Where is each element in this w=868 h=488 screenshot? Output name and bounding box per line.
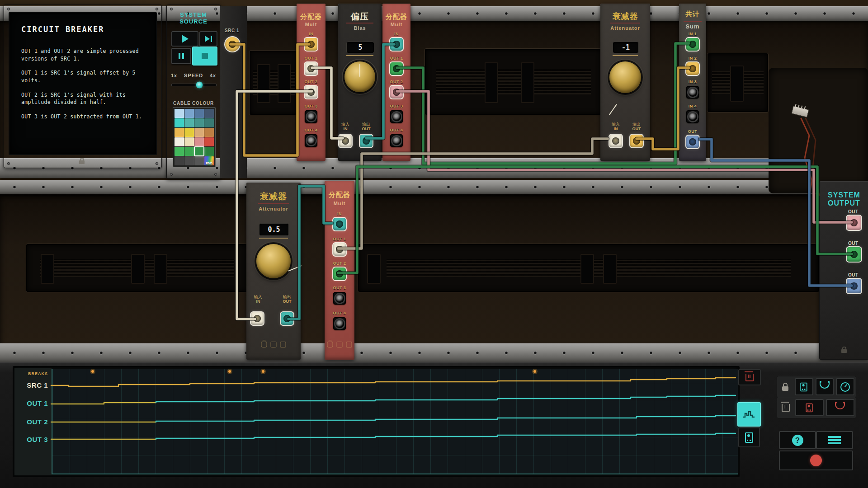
mult1-out3-jack[interactable] [305, 110, 317, 123]
pause-button[interactable] [171, 48, 191, 64]
cable-colour-swatch[interactable] [194, 137, 204, 146]
unlock-icon[interactable] [327, 342, 333, 347]
cable-colour-swatch[interactable] [184, 118, 194, 127]
attenuator-mid-out-label: 输出OUT [283, 295, 292, 304]
delete-all-button[interactable] [778, 399, 793, 416]
attenuator-top-out-jack[interactable] [630, 135, 643, 147]
module-bias[interactable]: 偏压 Bias 5 输入IN 输出OUT [338, 4, 382, 161]
cable-colour-swatch[interactable] [204, 147, 214, 156]
module-mult-mid[interactable]: 分配器 Mult IN OUT 1 OUT 2 OUT 3 OUT 4 [325, 181, 354, 360]
jack-label-in2: IN 2 [689, 56, 697, 61]
mult1-out2-jack[interactable] [305, 86, 317, 99]
cable-colour-swatch[interactable] [194, 156, 204, 165]
cable-colour-swatch[interactable] [175, 137, 184, 146]
attenuator-mid-in-jack[interactable] [251, 312, 264, 325]
sum-out-jack[interactable] [686, 136, 699, 148]
delete-icon[interactable] [280, 342, 286, 347]
sum-in2-jack[interactable] [686, 62, 699, 75]
cable-colour-swatch[interactable] [204, 118, 214, 127]
cable-colour-swatch[interactable]: RND [204, 156, 214, 165]
play-button[interactable] [171, 31, 198, 47]
cable-colour-swatch[interactable] [175, 118, 184, 127]
sysout1-jack[interactable] [847, 216, 861, 230]
lock-knobs-button[interactable] [836, 378, 854, 395]
attenuator-mid-knob[interactable] [256, 244, 291, 278]
delete-cables-button[interactable] [826, 399, 854, 416]
cable-colour-swatch[interactable] [175, 147, 184, 156]
mult2-out3-jack[interactable] [390, 110, 403, 123]
mult2-in-jack[interactable] [390, 38, 403, 51]
sysout3-jack[interactable] [847, 279, 861, 293]
mult1-out1-jack[interactable] [305, 62, 317, 75]
mult2-out4-jack[interactable] [390, 134, 403, 147]
scope-plot[interactable] [52, 369, 738, 474]
multmid-out2-jack[interactable] [333, 267, 346, 280]
attenuator-top-in-jack[interactable] [609, 135, 622, 147]
cable-colour-swatch[interactable] [194, 128, 204, 137]
cable-colour-swatch[interactable] [194, 109, 204, 118]
help-button[interactable]: ? [779, 431, 816, 449]
cable-colour-swatch[interactable] [194, 118, 204, 127]
cable-colour-swatch[interactable] [204, 128, 214, 137]
mult1-in-jack[interactable] [305, 38, 317, 51]
delete-modules-button[interactable] [795, 399, 824, 416]
mult1-out4-jack[interactable] [305, 134, 317, 147]
attenuator-mid-value-display[interactable]: 0.5 [259, 223, 289, 236]
cable-colour-swatch[interactable] [184, 156, 194, 165]
scope-waveform-view-button[interactable] [737, 402, 761, 427]
cable-colour-swatch[interactable] [184, 128, 194, 137]
bias-in-jack[interactable] [339, 135, 352, 147]
cable-colour-swatch[interactable] [204, 109, 214, 118]
mult2-out2-jack[interactable] [390, 86, 403, 99]
unlock-icon[interactable] [261, 342, 267, 347]
sysout2-jack[interactable] [847, 247, 861, 262]
attenuator-top-value-display[interactable]: -1 [613, 42, 639, 53]
src1-jack[interactable] [225, 37, 240, 52]
mult2-out1-jack[interactable] [390, 62, 403, 75]
scope-delete-button[interactable] [738, 369, 761, 385]
cable-bay-panel [769, 68, 868, 193]
cable-colour-swatch[interactable] [184, 147, 194, 156]
attenuator-top-knob[interactable] [609, 61, 641, 93]
delete-icon[interactable] [346, 342, 352, 347]
menu-button[interactable] [816, 431, 853, 449]
multmid-in-jack[interactable] [333, 218, 346, 230]
rack-connector [425, 49, 602, 115]
sum-in4-jack[interactable] [686, 110, 699, 123]
rack-connector [250, 51, 298, 115]
attenuator-mid-out-jack[interactable] [281, 312, 293, 325]
multmid-out3-jack[interactable] [333, 292, 346, 305]
sum-in3-jack[interactable] [686, 86, 699, 99]
cable-colour-swatch[interactable] [184, 137, 194, 146]
cable-colour-swatch[interactable] [175, 156, 184, 165]
lock-modules-button[interactable] [795, 378, 813, 395]
speed-slider-knob[interactable] [196, 82, 203, 89]
lock-cables-button[interactable] [816, 378, 834, 395]
duplicate-icon[interactable] [271, 342, 277, 347]
record-button[interactable] [779, 450, 853, 470]
bias-out-jack[interactable] [360, 135, 373, 147]
bias-knob[interactable] [344, 61, 375, 92]
module-mult-2[interactable]: 分配器 Mult IN OUT 1 OUT 2 OUT 3 OUT 4 [382, 4, 410, 161]
module-sum[interactable]: 共计 Sum IN 1 IN 2 IN 3 IN 4 OUT [679, 4, 706, 161]
cable-colour-swatch[interactable] [175, 109, 184, 118]
multmid-out4-jack[interactable] [333, 317, 346, 330]
module-title-en: Bias [338, 25, 382, 31]
module-mult-1[interactable]: 分配器 Mult IN OUT 1 OUT 2 OUT 3 OUT 4 [297, 4, 326, 161]
multmid-out1-jack[interactable] [333, 243, 346, 256]
lock-all-button[interactable] [778, 379, 793, 395]
bias-in-label: 输入IN [341, 122, 349, 131]
cable-colour-swatch[interactable] [194, 147, 204, 156]
module-attenuator-mid[interactable]: 衰减器 Attenuator 0.5 输入IN 输出OUT [246, 183, 301, 360]
module-attenuator-top[interactable]: 衰减器 Attenuator -1 输入IN 输出OUT [600, 4, 650, 161]
step-button[interactable] [199, 31, 217, 47]
bias-value-display[interactable]: 5 [346, 42, 374, 53]
stop-button[interactable] [192, 47, 217, 66]
cable-colour-swatch[interactable] [184, 109, 194, 118]
cable-colour-swatch[interactable] [204, 137, 214, 146]
speed-slider[interactable] [171, 84, 217, 86]
cable-colour-swatch[interactable] [175, 128, 184, 137]
duplicate-icon[interactable] [337, 342, 343, 347]
scope-module-view-button[interactable] [738, 427, 760, 447]
sum-in1-jack[interactable] [686, 38, 699, 51]
